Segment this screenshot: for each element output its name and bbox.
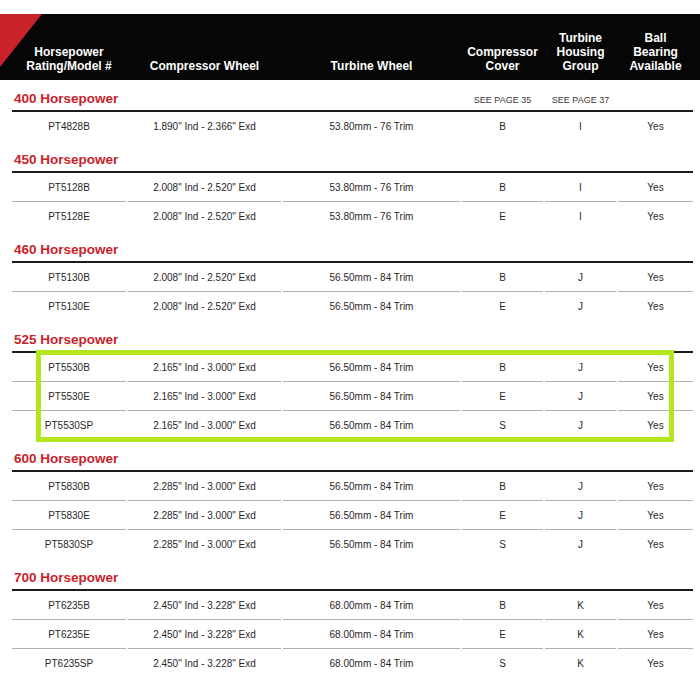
compressor-wheel-value: 2.285" Ind - 3.000" Exd <box>128 501 281 530</box>
compressor-cover-value: B <box>462 263 543 292</box>
turbine-wheel-value: 56.50mm - 84 Trim <box>283 530 460 559</box>
turbine-housing-group-value: J <box>545 501 616 530</box>
column-header-horsepower-model: Horsepower Rating/Model # <box>12 45 126 73</box>
ball-bearing-value: Yes <box>618 202 693 231</box>
ball-bearing-value: Yes <box>618 112 693 141</box>
table-header-band: Horsepower Rating/Model # Compressor Whe… <box>0 14 700 80</box>
compressor-wheel-value: 2.165" Ind - 3.000" Exd <box>128 382 281 411</box>
model-number: PT5130B <box>12 263 126 292</box>
table-row: PT5128E 2.008" Ind - 2.520" Exd 53.80mm … <box>12 202 693 231</box>
compressor-cover-value: S <box>462 411 543 440</box>
turbine-housing-group-value: J <box>545 530 616 559</box>
compressor-cover-value: S <box>462 649 543 678</box>
model-number: PT5130E <box>12 292 126 321</box>
compressor-wheel-value: 2.165" Ind - 3.000" Exd <box>128 411 281 440</box>
spec-table: 400 Horsepower SEE PAGE 35 SEE PAGE 37 P… <box>12 80 693 678</box>
turbine-housing-group-value: I <box>545 173 616 202</box>
compressor-wheel-value: 2.008" Ind - 2.520" Exd <box>128 173 281 202</box>
ball-bearing-value: Yes <box>618 411 693 440</box>
section-header: 525 Horsepower <box>12 321 693 353</box>
compressor-wheel-value: 2.450" Ind - 3.228" Exd <box>128 620 281 649</box>
section-header: 700 Horsepower <box>12 559 693 591</box>
table-row: PT5130B 2.008" Ind - 2.520" Exd 56.50mm … <box>12 263 693 292</box>
ball-bearing-value: Yes <box>618 353 693 382</box>
turbine-housing-group-value: I <box>545 112 616 141</box>
compressor-wheel-value: 2.008" Ind - 2.520" Exd <box>128 202 281 231</box>
turbine-wheel-value: 53.80mm - 76 Trim <box>283 202 460 231</box>
table-row: PT5830SP 2.285" Ind - 3.000" Exd 56.50mm… <box>12 530 693 559</box>
section-rows: PT5128B 2.008" Ind - 2.520" Exd 53.80mm … <box>12 173 693 231</box>
compressor-wheel-value: 2.285" Ind - 3.000" Exd <box>128 472 281 501</box>
table-row: PT5830E 2.285" Ind - 3.000" Exd 56.50mm … <box>12 501 693 530</box>
ball-bearing-value: Yes <box>618 173 693 202</box>
section-460-horsepower: 460 Horsepower PT5130B 2.008" Ind - 2.52… <box>12 231 693 321</box>
compressor-wheel-value: 2.008" Ind - 2.520" Exd <box>128 263 281 292</box>
model-number: PT6235E <box>12 620 126 649</box>
model-number: PT5830E <box>12 501 126 530</box>
column-header-ball-bearing: Ball Bearing Available <box>618 31 693 73</box>
compressor-cover-value: E <box>462 202 543 231</box>
compressor-cover-value: B <box>462 112 543 141</box>
compressor-cover-value: S <box>462 530 543 559</box>
see-page-35-note: SEE PAGE 35 <box>462 95 543 108</box>
model-number: PT5530SP <box>12 411 126 440</box>
section-header: 600 Horsepower <box>12 440 693 472</box>
turbine-housing-group-value: J <box>545 411 616 440</box>
turbine-wheel-value: 68.00mm - 84 Trim <box>283 620 460 649</box>
table-row: PT5128B 2.008" Ind - 2.520" Exd 53.80mm … <box>12 173 693 202</box>
turbine-wheel-value: 56.50mm - 84 Trim <box>283 263 460 292</box>
column-header-turbine-housing-group: Turbine Housing Group <box>545 31 616 73</box>
turbine-housing-group-value: J <box>545 292 616 321</box>
compressor-wheel-value: 2.450" Ind - 3.228" Exd <box>128 591 281 620</box>
section-title: 450 Horsepower <box>12 151 460 169</box>
model-number: PT5128B <box>12 173 126 202</box>
turbine-housing-group-value: J <box>545 263 616 292</box>
section-header: 460 Horsepower <box>12 231 693 263</box>
turbine-wheel-value: 56.50mm - 84 Trim <box>283 382 460 411</box>
turbine-wheel-value: 53.80mm - 76 Trim <box>283 173 460 202</box>
model-number: PT6235SP <box>12 649 126 678</box>
compressor-wheel-value: 2.285" Ind - 3.000" Exd <box>128 530 281 559</box>
see-page-37-note: SEE PAGE 37 <box>545 95 616 108</box>
compressor-cover-value: B <box>462 173 543 202</box>
section-600-horsepower: 600 Horsepower PT5830B 2.285" Ind - 3.00… <box>12 440 693 559</box>
turbine-wheel-value: 56.50mm - 84 Trim <box>283 501 460 530</box>
table-row: PT6235B 2.450" Ind - 3.228" Exd 68.00mm … <box>12 591 693 620</box>
compressor-cover-value: B <box>462 353 543 382</box>
ball-bearing-value: Yes <box>618 382 693 411</box>
compressor-cover-value: B <box>462 472 543 501</box>
compressor-cover-value: E <box>462 501 543 530</box>
section-rows: PT6235B 2.450" Ind - 3.228" Exd 68.00mm … <box>12 591 693 678</box>
table-row: PT5530E 2.165" Ind - 3.000" Exd 56.50mm … <box>12 382 693 411</box>
turbine-wheel-value: 56.50mm - 84 Trim <box>283 292 460 321</box>
section-title: 400 Horsepower <box>12 90 460 108</box>
table-row: PT6235E 2.450" Ind - 3.228" Exd 68.00mm … <box>12 620 693 649</box>
model-number: PT6235B <box>12 591 126 620</box>
turbine-housing-group-value: I <box>545 202 616 231</box>
model-number: PT5830SP <box>12 530 126 559</box>
section-title: 700 Horsepower <box>12 569 460 587</box>
model-number: PT5128E <box>12 202 126 231</box>
turbine-wheel-value: 56.50mm - 84 Trim <box>283 353 460 382</box>
table-header-row: Horsepower Rating/Model # Compressor Whe… <box>12 31 693 80</box>
turbine-wheel-value: 68.00mm - 84 Trim <box>283 649 460 678</box>
ball-bearing-value: Yes <box>618 649 693 678</box>
table-row: PT4828B 1.890" Ind - 2.366" Exd 53.80mm … <box>12 112 693 141</box>
table-row: PT5530B 2.165" Ind - 3.000" Exd 56.50mm … <box>12 353 693 382</box>
model-number: PT4828B <box>12 112 126 141</box>
ball-bearing-value: Yes <box>618 292 693 321</box>
section-rows: PT5530B 2.165" Ind - 3.000" Exd 56.50mm … <box>12 353 693 440</box>
model-number: PT5530B <box>12 353 126 382</box>
ball-bearing-value: Yes <box>618 472 693 501</box>
column-header-compressor-wheel: Compressor Wheel <box>128 59 281 73</box>
ball-bearing-value: Yes <box>618 620 693 649</box>
section-header: 400 Horsepower SEE PAGE 35 SEE PAGE 37 <box>12 80 693 112</box>
turbine-housing-group-value: K <box>545 620 616 649</box>
section-700-horsepower: 700 Horsepower PT6235B 2.450" Ind - 3.22… <box>12 559 693 678</box>
turbine-housing-group-value: J <box>545 353 616 382</box>
compressor-wheel-value: 2.008" Ind - 2.520" Exd <box>128 292 281 321</box>
turbine-housing-group-value: J <box>545 472 616 501</box>
model-number: PT5830B <box>12 472 126 501</box>
section-title: 525 Horsepower <box>12 331 460 349</box>
compressor-wheel-value: 2.165" Ind - 3.000" Exd <box>128 353 281 382</box>
